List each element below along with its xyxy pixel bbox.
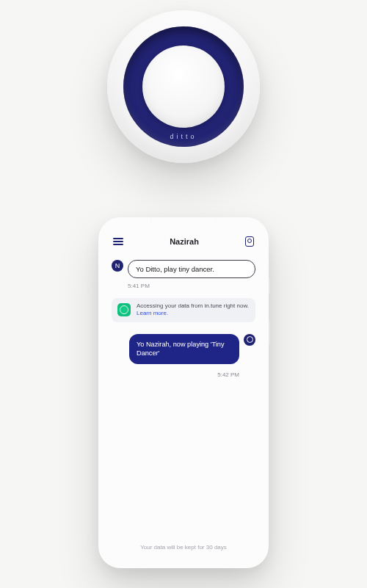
app-screen: Nazirah N Yo Ditto, play tiny dancer. 5:…: [104, 223, 263, 561]
intune-app-icon: [117, 303, 131, 316]
smart-device-puck: ditto: [107, 10, 260, 163]
message-timestamp: 5:42 PM: [112, 371, 239, 378]
learn-more-link[interactable]: Learn more.: [137, 310, 168, 316]
privacy-lock-icon[interactable]: [245, 236, 254, 247]
chat-area: N Yo Ditto, play tiny dancer. 5:41 PM Ac…: [112, 260, 255, 378]
bot-message-row: Yo Nazirah, now playing 'Tiny Dancer': [112, 334, 255, 364]
app-header: Nazirah: [112, 236, 255, 247]
device-ring: ditto: [123, 26, 244, 147]
phone-side-button: [269, 320, 270, 345]
device-face: [142, 46, 225, 128]
phone-side-button: [269, 277, 270, 294]
bot-message-bubble: Yo Nazirah, now playing 'Tiny Dancer': [129, 334, 239, 364]
avatar: N: [112, 260, 123, 272]
data-retention-footer: Your data will be kept for 30 days: [104, 544, 263, 551]
privacy-notice-text: Accessing your data from in.tune right n…: [137, 302, 250, 318]
menu-icon[interactable]: [113, 238, 123, 245]
user-message-row: N Yo Ditto, play tiny dancer.: [112, 260, 255, 278]
device-brand-label: ditto: [170, 133, 197, 140]
bot-avatar-icon: [244, 334, 255, 346]
privacy-notice-card[interactable]: Accessing your data from in.tune right n…: [112, 298, 255, 322]
header-title: Nazirah: [170, 237, 199, 246]
phone-mockup: Nazirah N Yo Ditto, play tiny dancer. 5:…: [98, 217, 269, 568]
message-timestamp: 5:41 PM: [128, 283, 255, 289]
privacy-notice-body: Accessing your data from in.tune right n…: [137, 302, 249, 309]
user-message-bubble[interactable]: Yo Ditto, play tiny dancer.: [128, 260, 255, 278]
